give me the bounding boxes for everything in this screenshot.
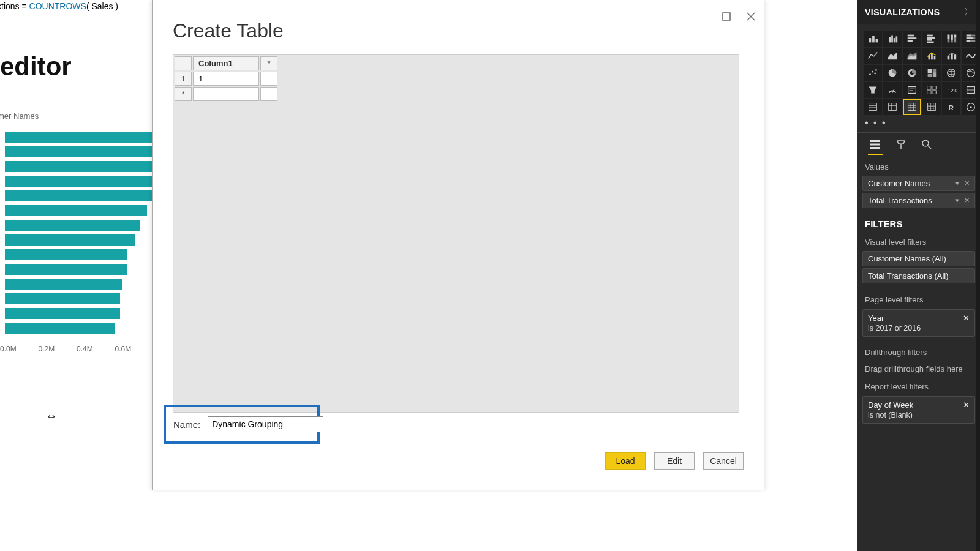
viz-type-icon[interactable]: [922, 82, 941, 98]
drillthrough-hint[interactable]: Drag drillthrough fields here: [858, 359, 980, 378]
chevron-down-icon[interactable]: ▾: [956, 179, 959, 187]
visual-filter-item[interactable]: Customer Names (All): [862, 251, 975, 266]
name-label: Name:: [173, 419, 200, 430]
bar: [5, 132, 152, 143]
add-row[interactable]: *: [175, 87, 192, 101]
remove-filter-icon[interactable]: ✕: [963, 400, 970, 410]
svg-rect-28: [967, 40, 970, 42]
svg-point-38: [869, 73, 871, 75]
svg-point-41: [875, 69, 877, 71]
column-header[interactable]: Column1: [193, 56, 259, 70]
svg-point-40: [874, 73, 876, 75]
viz-type-icon[interactable]: [903, 48, 921, 64]
bar: [5, 190, 152, 201]
axis-tick: 0.6M: [115, 345, 154, 353]
corner-cell: [175, 56, 192, 70]
svg-rect-7: [891, 36, 893, 43]
cancel-button[interactable]: Cancel: [703, 452, 744, 470]
viz-type-icon[interactable]: [883, 65, 902, 81]
viz-type-icon[interactable]: [922, 65, 941, 81]
bar-chart[interactable]: [5, 132, 152, 340]
axis-tick: 0.0M: [0, 345, 39, 353]
cell-blank[interactable]: [260, 72, 277, 86]
viz-type-icon[interactable]: R: [942, 99, 960, 115]
svg-point-39: [872, 71, 873, 73]
svg-rect-58: [927, 86, 931, 89]
axis-tick: 0.2M: [39, 345, 77, 353]
field-well-item[interactable]: Customer Names ▾✕: [862, 176, 975, 191]
cell-blank[interactable]: [260, 87, 277, 101]
filter-description: is 2017 or 2016: [868, 323, 970, 332]
svg-rect-60: [927, 91, 931, 94]
svg-rect-10: [908, 35, 914, 37]
analytics-tab-icon[interactable]: [920, 138, 933, 151]
svg-rect-86: [870, 147, 880, 149]
svg-rect-34: [934, 56, 936, 59]
svg-rect-33: [931, 53, 933, 59]
viz-type-icon[interactable]: [922, 48, 941, 64]
edit-button[interactable]: Edit: [654, 452, 695, 470]
remove-field-icon[interactable]: ✕: [964, 179, 970, 187]
table-grid[interactable]: Column1 * 1 1 *: [173, 54, 739, 413]
svg-rect-85: [870, 144, 880, 146]
viz-type-icon[interactable]: [942, 31, 960, 47]
svg-text:R: R: [948, 103, 954, 112]
viz-type-icon[interactable]: [864, 82, 882, 98]
x-axis: 0.0M 0.2M 0.4M 0.6M: [0, 345, 153, 353]
svg-line-88: [928, 146, 931, 149]
page-title: editor: [0, 52, 72, 81]
format-tab-icon[interactable]: [894, 138, 908, 151]
filters-header: FILTERS: [858, 210, 980, 234]
cell[interactable]: 1: [193, 72, 259, 86]
visualization-gallery: 123R: [858, 24, 980, 118]
viz-type-icon[interactable]: [903, 99, 921, 115]
viz-type-icon[interactable]: [864, 31, 882, 47]
pane-title: VISUALIZATIONS: [865, 7, 940, 17]
cell-blank[interactable]: [193, 87, 259, 101]
viz-type-icon[interactable]: 123: [942, 82, 960, 98]
viz-type-icon[interactable]: [864, 65, 882, 81]
viz-type-icon[interactable]: [883, 82, 902, 98]
bar: [5, 176, 152, 187]
viz-type-icon[interactable]: [883, 48, 902, 64]
viz-type-icon[interactable]: [942, 65, 960, 81]
more-visuals-icon[interactable]: • • •: [858, 118, 980, 132]
chevron-right-icon[interactable]: 〉: [964, 7, 973, 18]
filter-text: Total Transactions (All): [868, 271, 949, 280]
field-well-item[interactable]: Total Transactions ▾✕: [862, 193, 975, 208]
svg-rect-65: [869, 103, 877, 111]
svg-rect-48: [928, 74, 932, 77]
drillthrough-label: Drillthrough filters: [858, 339, 980, 359]
viz-type-icon[interactable]: [903, 31, 921, 47]
svg-rect-3: [869, 38, 872, 42]
filter-text: Customer Names (All): [868, 254, 946, 263]
viz-type-icon[interactable]: [903, 82, 921, 98]
bar: [5, 323, 115, 334]
viz-type-icon[interactable]: [864, 48, 882, 64]
add-column[interactable]: *: [260, 56, 277, 70]
page-filters-label: Page level filters: [858, 285, 980, 307]
remove-field-icon[interactable]: ✕: [964, 197, 970, 204]
chevron-down-icon[interactable]: ▾: [956, 197, 959, 204]
viz-type-icon[interactable]: [864, 99, 882, 115]
formula-bar: ransactions = COUNTROWS( Sales ): [0, 1, 118, 11]
load-button[interactable]: Load: [605, 452, 646, 470]
report-filter-card[interactable]: Day of Week ✕ is not (Blank): [862, 396, 975, 424]
page-filter-card[interactable]: Year ✕ is 2017 or 2016: [862, 309, 975, 337]
viz-type-icon[interactable]: [883, 99, 902, 115]
maximize-icon[interactable]: [721, 11, 732, 22]
visual-filter-item[interactable]: Total Transactions (All): [862, 268, 975, 283]
remove-filter-icon[interactable]: ✕: [963, 313, 970, 323]
bar: [5, 205, 147, 216]
close-icon[interactable]: [745, 11, 756, 22]
viz-type-icon[interactable]: [883, 31, 902, 47]
viz-type-icon[interactable]: [922, 31, 941, 47]
table-name-input[interactable]: [208, 416, 323, 432]
enter-data-table[interactable]: Column1 * 1 1 *: [173, 55, 279, 102]
viz-type-icon[interactable]: [903, 65, 921, 81]
viz-type-icon[interactable]: [922, 99, 941, 115]
svg-point-87: [922, 140, 929, 146]
fields-tab-icon[interactable]: [869, 138, 882, 151]
viz-type-icon[interactable]: [942, 48, 960, 64]
svg-rect-9: [895, 36, 897, 42]
